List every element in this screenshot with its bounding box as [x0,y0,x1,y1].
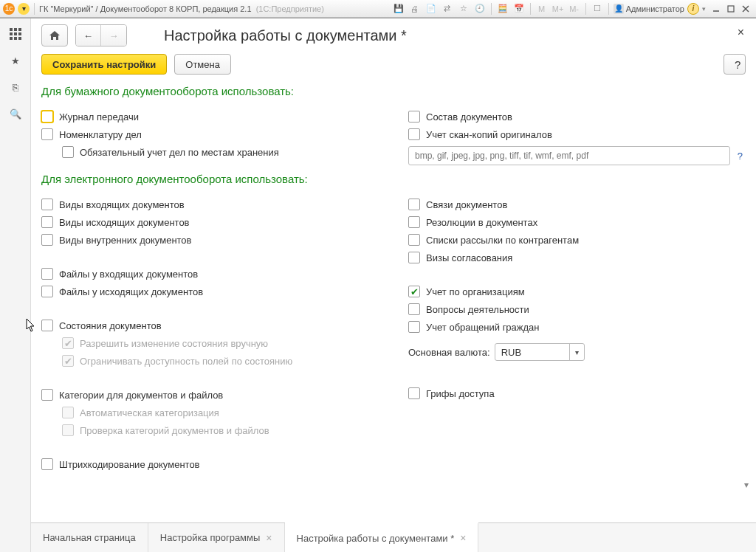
chk-label: Вопросы деятельности [426,304,529,315]
sections-menu-icon[interactable] [7,26,24,42]
history-icon[interactable]: 🕘 [473,3,487,15]
back-button[interactable]: ← [76,25,101,46]
section-paper-header: Для бумажного документооборота использов… [41,85,746,97]
m-btn[interactable]: M [535,3,549,15]
tab-close-icon[interactable]: × [460,532,466,544]
hint-icon[interactable]: ? [735,151,746,162]
save-settings-button[interactable]: Сохранить настройки [41,54,167,75]
chk-label: Ограничивать доступность полей по состоя… [80,356,292,367]
chk-activity-questions[interactable] [408,303,420,315]
cancel-button[interactable]: Отмена [174,54,231,75]
separator [585,3,586,15]
chk-doc-links[interactable] [408,199,420,210]
window-title: ГК "Меркурий" / Документооборот 8 КОРП, … [39,4,324,13]
compare-icon[interactable]: ⇄ [441,3,454,15]
currency-select[interactable]: ▾ [495,343,585,361]
tab-close-icon[interactable]: × [266,532,272,544]
m-plus-btn[interactable]: M+ [551,3,565,15]
chk-journal[interactable] [41,111,53,123]
svg-rect-1 [728,6,734,12]
forward-button: → [101,25,126,46]
currency-label: Основная валюта: [408,347,490,358]
chk-label: Учет обращений граждан [426,322,540,333]
chk-label: Журнал передачи [59,111,139,123]
chk-limit-fields-by-state [62,355,74,367]
close-page-icon[interactable]: × [738,26,744,39]
user-label: Администратор [626,4,684,13]
currency-input[interactable] [495,347,569,358]
chk-label: Виды исходящих документов [59,217,190,228]
chk-label: Состав документов [426,111,512,123]
scan-formats-input[interactable] [408,146,730,165]
chk-label: Учет по организациям [426,286,525,297]
chk-incoming-types[interactable] [41,199,53,210]
chk-label: Виды входящих документов [59,199,185,210]
chk-label: Файлы у входящих документов [59,269,198,280]
separator [530,3,531,15]
favorites-icon[interactable]: ★ [7,52,24,69]
minimize-button[interactable] [709,3,724,15]
scroll-down-icon[interactable]: ▾ [744,480,755,490]
info-icon[interactable]: i [687,3,699,15]
home-button[interactable] [41,24,68,46]
windows-icon[interactable]: ☐ [591,3,604,15]
titlebar: 1c ▾ ГК "Меркурий" / Документооборот 8 К… [0,0,756,18]
chk-label: Файлы у исходящих документов [59,286,203,297]
chk-label: Разрешить изменение состояния вручную [80,338,268,349]
chk-approval-visas[interactable] [408,252,420,263]
titlebar-circle-icon[interactable]: ▾ [18,3,30,15]
maximize-button[interactable] [724,3,738,15]
m-minus-btn[interactable]: M- [568,3,581,15]
chk-resolutions[interactable] [408,216,420,228]
chk-label: Виды внутренних документов [59,235,192,246]
doc-icon[interactable]: 📄 [425,3,438,15]
save-icon[interactable]: 💾 [392,3,405,15]
chk-label: Категории для документов и файлов [59,390,223,401]
title-main: ГК "Меркурий" / Документооборот 8 КОРП, … [39,4,252,13]
tab-doc-settings[interactable]: Настройка работы с документами * × [285,522,479,552]
favorite-icon[interactable]: ☆ [457,3,470,15]
chk-internal-types[interactable] [41,234,53,246]
chk-scan-copies[interactable] [408,128,420,140]
tab-start-page[interactable]: Начальная страница [31,523,148,552]
calc-icon[interactable]: 🧮 [496,3,509,15]
chk-doc-states[interactable] [41,320,53,331]
chk-categories[interactable] [41,389,53,401]
chk-nomenclature[interactable] [41,128,53,140]
chk-access-stamps[interactable] [408,387,420,399]
chk-label: Автоматическая категоризация [80,407,219,418]
app-icon-1c: 1c [3,3,15,15]
function-panel: ★ ⎘ 🔍 [0,18,31,552]
separator [491,3,492,15]
tab-label: Начальная страница [43,532,136,543]
print-icon[interactable]: 🖨 [408,3,422,15]
nav-back-forward: ← → [75,24,127,46]
chk-label: Грифы доступа [426,388,495,399]
page-title: Настройка работы с документами * [164,27,407,44]
chk-label: Штрихкодирование документов [59,459,200,470]
chk-barcoding[interactable] [41,458,53,470]
clipboard-icon[interactable]: ⎘ [7,79,24,95]
calendar-icon[interactable]: 📅 [512,3,526,15]
chk-storage-required[interactable] [62,146,74,158]
chk-outgoing-types[interactable] [41,216,53,228]
chk-citizen-appeals[interactable] [408,321,420,333]
info-dropdown-icon[interactable]: ▾ [702,5,706,13]
chk-doc-composition[interactable] [408,111,420,123]
chk-label: Визы согласования [426,252,512,263]
close-button[interactable] [738,3,753,15]
tab-program-settings[interactable]: Настройка программы × [148,523,285,552]
separator [608,3,609,15]
chk-label: Номенклатуру дел [59,129,142,140]
search-icon[interactable]: 🔍 [7,106,24,122]
user-block[interactable]: 👤 Администратор [614,4,684,14]
chk-mailing-lists[interactable] [408,234,420,246]
dropdown-icon[interactable]: ▾ [569,344,584,360]
separator [34,3,35,15]
chk-by-org[interactable] [408,286,420,297]
page-content: × ← → Настройка работы с документами * С… [31,18,756,522]
chk-files-incoming[interactable] [41,268,53,280]
chk-files-outgoing[interactable] [41,286,53,297]
chk-label: Обязательный учет дел по местам хранения [80,147,279,158]
help-button[interactable]: ? [724,54,746,75]
